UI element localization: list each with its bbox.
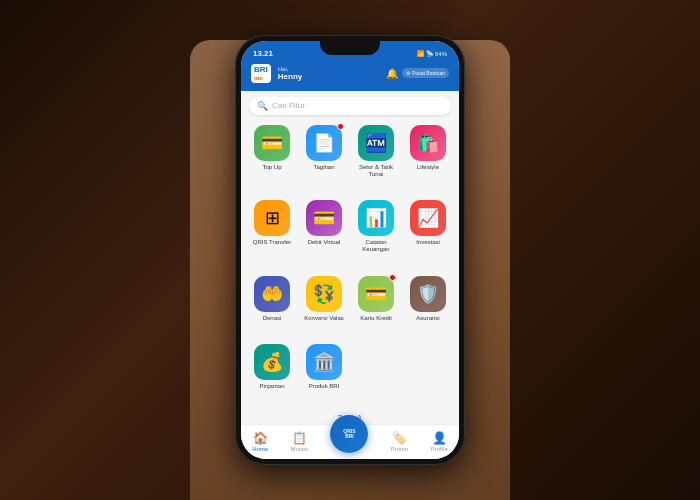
menu-item-qris[interactable]: ⊞QRIS Transfer <box>249 200 295 269</box>
menu-label-qris: QRIS Transfer <box>253 239 291 246</box>
nav-icon-promo: 🏷️ <box>392 431 407 445</box>
menu-item-top-up[interactable]: 💳Top Up <box>249 125 295 194</box>
menu-label-kartu-kredit: Kartu Kredit <box>360 315 392 322</box>
menu-icon-donasi: 🤲 <box>254 276 290 312</box>
menu-icon-catatan-keuangan: 📊 <box>358 200 394 236</box>
brimo-logo: BRI mo Hai, Henny <box>251 64 302 83</box>
menu-icon-tagihan: 📄 <box>306 125 342 161</box>
nav-icon-home: 🏠 <box>253 431 268 445</box>
menu-icon-kartu-kredit: 💳 <box>358 276 394 312</box>
search-placeholder-text: Cari Fitur <box>272 101 305 110</box>
menu-label-top-up: Top Up <box>262 164 281 171</box>
menu-label-debit-virtual: Debit Virtual <box>308 239 341 246</box>
menu-label-setor-tarik: Setor & Tarik Tunai <box>353 164 399 178</box>
menu-label-lifestyle: Lifestyle <box>417 164 439 171</box>
menu-item-investasi[interactable]: 📈Investasi <box>405 200 451 269</box>
menu-label-catatan-keuangan: Catatan Keuangan <box>353 239 399 253</box>
nav-label-home: Home <box>252 446 268 452</box>
greeting-name: Henny <box>278 72 302 81</box>
notification-dot-tagihan <box>337 123 344 130</box>
wifi-icon: 📡 <box>426 50 433 57</box>
menu-icon-top-up: 💳 <box>254 125 290 161</box>
signal-icon: 📶 <box>417 50 424 57</box>
nav-label-promo: Promo <box>391 446 409 452</box>
nav-label-mutasi: Mutasi <box>290 446 308 452</box>
qris-center-label: QRISBRI <box>343 429 355 440</box>
menu-icon-lifestyle: 🛍️ <box>410 125 446 161</box>
menu-item-debit-virtual[interactable]: 💳Debit Virtual <box>301 200 347 269</box>
menu-item-kartu-kredit[interactable]: 💳Kartu Kredit <box>353 276 399 338</box>
menu-grid: 💳Top Up📄Tagihan🏧Setor & Tarik Tunai🛍️Lif… <box>241 121 459 410</box>
menu-label-produk-bri: Produk BRI <box>309 383 340 390</box>
header-icons: 🔔 ⚙ Pusat Bantuan <box>386 68 449 79</box>
nav-icon-mutasi: 📋 <box>292 431 307 445</box>
greeting: Hai, Henny <box>278 66 302 81</box>
greeting-hi: Hai, <box>278 66 302 72</box>
menu-item-produk-bri[interactable]: 🏛️Produk BRI <box>301 344 347 406</box>
menu-label-konversi-valas: Konversi Valas <box>304 315 344 322</box>
menu-label-asuransi: Asuransi <box>416 315 439 322</box>
notification-dot-kartu-kredit <box>389 274 396 281</box>
menu-label-investasi: Investasi <box>416 239 440 246</box>
menu-item-tagihan[interactable]: 📄Tagihan <box>301 125 347 194</box>
search-icon: 🔍 <box>257 101 268 111</box>
app-header: BRI mo Hai, Henny 🔔 ⚙ Pusat Bantuan <box>241 60 459 91</box>
menu-icon-pinjaman: 💰 <box>254 344 290 380</box>
bell-icon[interactable]: 🔔 <box>386 68 398 79</box>
phone-notch <box>320 41 380 55</box>
bottom-nav: 🏠Home📋MutasiQRISBRI🏷️Promo👤Profile <box>241 424 459 459</box>
scene: 13.21 📶 📡 64% BRI mo Hai, Henny <box>0 0 700 500</box>
menu-item-asuransi[interactable]: 🛡️Asuransi <box>405 276 451 338</box>
brimo-badge: BRI mo <box>251 64 271 83</box>
menu-item-pinjaman[interactable]: 💰Pinjaman <box>249 344 295 406</box>
nav-icon-profile: 👤 <box>432 431 447 445</box>
search-bar[interactable]: 🔍 Cari Fitur <box>249 97 451 115</box>
status-icons: 📶 📡 64% <box>417 50 447 57</box>
qris-center-button[interactable]: QRISBRI <box>330 415 368 453</box>
menu-label-pinjaman: Pinjaman <box>259 383 284 390</box>
menu-label-donasi: Donasi <box>263 315 282 322</box>
menu-item-setor-tarik[interactable]: 🏧Setor & Tarik Tunai <box>353 125 399 194</box>
pusat-bantuan-button[interactable]: ⚙ Pusat Bantuan <box>402 68 449 78</box>
battery-icon: 64% <box>435 51 447 57</box>
phone-screen: 13.21 📶 📡 64% BRI mo Hai, Henny <box>241 41 459 459</box>
bri-text: BRI <box>254 65 268 75</box>
pusat-bantuan-label: Pusat Bantuan <box>412 70 445 76</box>
menu-icon-konversi-valas: 💱 <box>306 276 342 312</box>
menu-icon-debit-virtual: 💳 <box>306 200 342 236</box>
menu-item-lifestyle[interactable]: 🛍️Lifestyle <box>405 125 451 194</box>
help-icon: ⚙ <box>406 70 410 76</box>
menu-icon-investasi: 📈 <box>410 200 446 236</box>
menu-icon-qris: ⊞ <box>254 200 290 236</box>
menu-item-konversi-valas[interactable]: 💱Konversi Valas <box>301 276 347 338</box>
nav-item-profile[interactable]: 👤Profile <box>431 431 448 452</box>
menu-item-catatan-keuangan[interactable]: 📊Catatan Keuangan <box>353 200 399 269</box>
menu-icon-setor-tarik: 🏧 <box>358 125 394 161</box>
menu-icon-produk-bri: 🏛️ <box>306 344 342 380</box>
menu-item-donasi[interactable]: 🤲Donasi <box>249 276 295 338</box>
nav-label-profile: Profile <box>431 446 448 452</box>
nav-item-promo[interactable]: 🏷️Promo <box>391 431 409 452</box>
nav-item-mutasi[interactable]: 📋Mutasi <box>290 431 308 452</box>
status-time: 13.21 <box>253 49 273 58</box>
menu-icon-asuransi: 🛡️ <box>410 276 446 312</box>
phone-device: 13.21 📶 📡 64% BRI mo Hai, Henny <box>235 35 465 465</box>
menu-label-tagihan: Tagihan <box>313 164 334 171</box>
mo-text: mo <box>254 75 268 82</box>
nav-item-home[interactable]: 🏠Home <box>252 431 268 452</box>
